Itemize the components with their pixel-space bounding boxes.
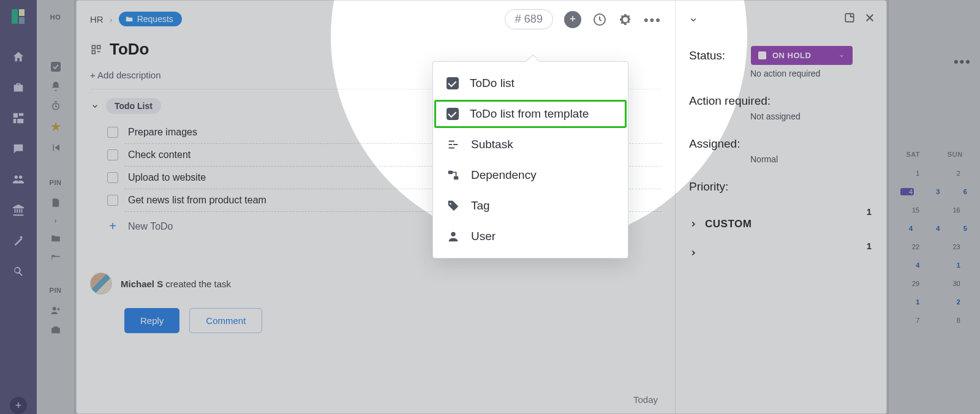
count-badge: 1 bbox=[867, 206, 872, 217]
status-dropdown[interactable]: ON HOLD bbox=[751, 46, 853, 65]
dd-label: User bbox=[471, 230, 496, 243]
chevron-down-icon bbox=[838, 52, 845, 59]
checkbox-icon[interactable] bbox=[107, 172, 118, 183]
status-label: Status: bbox=[689, 49, 747, 62]
search-icon[interactable] bbox=[12, 265, 25, 278]
plus-icon: + bbox=[107, 219, 118, 233]
tag-icon bbox=[447, 199, 460, 213]
count-badge: 1 bbox=[867, 241, 872, 251]
chat-icon[interactable] bbox=[12, 142, 25, 156]
status-color-icon bbox=[758, 51, 766, 59]
dd-label: ToDo list from template bbox=[470, 107, 589, 121]
subtask-icon bbox=[447, 138, 460, 151]
task-type-icon bbox=[90, 43, 102, 56]
chevron-right-icon: › bbox=[110, 14, 113, 24]
reply-button[interactable]: Reply bbox=[124, 308, 179, 333]
expand-window-icon[interactable] bbox=[843, 12, 856, 24]
dd-label: Tag bbox=[471, 199, 490, 213]
avatar[interactable] bbox=[90, 273, 112, 295]
status-subtext: No action required bbox=[750, 69, 873, 78]
priority-label: Priority: bbox=[689, 180, 747, 194]
dd-dependency[interactable]: Dependency bbox=[433, 160, 628, 190]
dd-user[interactable]: User bbox=[433, 221, 628, 252]
gear-icon[interactable] bbox=[618, 12, 633, 27]
assigned-label: Assigned: bbox=[689, 137, 747, 151]
chevron-right-icon bbox=[689, 249, 698, 257]
app-rail: + bbox=[0, 0, 37, 414]
dependency-icon bbox=[447, 168, 460, 182]
clock-icon[interactable] bbox=[592, 12, 607, 27]
breadcrumb-chip[interactable]: Requests bbox=[119, 12, 182, 26]
svg-rect-5 bbox=[448, 171, 453, 175]
collapsed-section[interactable] bbox=[689, 249, 873, 257]
action-label: Action required: bbox=[689, 94, 781, 108]
home-icon[interactable] bbox=[12, 50, 25, 64]
todo-label: Prepare images bbox=[128, 127, 197, 138]
people-icon[interactable] bbox=[12, 173, 25, 186]
status-value: ON HOLD bbox=[772, 51, 811, 60]
checkbox-icon[interactable] bbox=[107, 195, 118, 206]
briefcase-icon[interactable] bbox=[12, 81, 25, 94]
chevron-right-icon bbox=[689, 220, 698, 228]
todo-label: Check content bbox=[128, 149, 190, 160]
dd-todo-list[interactable]: ToDo list bbox=[433, 68, 628, 99]
checkbox-checked-icon bbox=[447, 108, 459, 120]
add-menu-trigger[interactable]: + bbox=[564, 11, 581, 28]
close-icon[interactable] bbox=[864, 12, 875, 23]
custom-label: CUSTOM bbox=[705, 218, 752, 230]
assigned-value: Normal bbox=[750, 154, 873, 164]
svg-rect-4 bbox=[845, 13, 853, 21]
add-dropdown-menu: ToDo list ToDo list from template Subtas… bbox=[432, 61, 628, 258]
logo-icon[interactable] bbox=[12, 10, 25, 23]
svg-point-7 bbox=[451, 232, 455, 236]
global-add-icon[interactable]: + bbox=[10, 397, 27, 414]
comment-button[interactable]: Comment bbox=[189, 308, 262, 333]
breadcrumb-root[interactable]: HR bbox=[90, 14, 104, 24]
todo-label: Get news list from product team bbox=[128, 195, 266, 206]
chevron-down-icon[interactable] bbox=[90, 101, 100, 111]
dd-tag[interactable]: Tag bbox=[433, 190, 628, 221]
todo-list-header[interactable]: Todo List bbox=[106, 98, 161, 114]
checkbox-checked-icon bbox=[447, 77, 459, 89]
bank-icon[interactable] bbox=[12, 203, 25, 217]
dd-label: Subtask bbox=[471, 138, 513, 151]
dd-label: ToDo list bbox=[470, 77, 514, 90]
breadcrumb-chip-label: Requests bbox=[137, 14, 173, 24]
grid-icon[interactable] bbox=[12, 111, 25, 125]
user-icon bbox=[447, 230, 460, 243]
task-title[interactable]: ToDo bbox=[110, 40, 149, 59]
chevron-down-icon[interactable] bbox=[688, 14, 699, 25]
folder-icon bbox=[125, 15, 134, 23]
checkbox-icon[interactable] bbox=[107, 127, 118, 138]
checkbox-icon[interactable] bbox=[107, 149, 118, 160]
activity-line: Michael S created the task bbox=[121, 279, 231, 289]
dd-todo-from-template[interactable]: ToDo list from template bbox=[433, 99, 628, 129]
custom-section[interactable]: CUSTOM bbox=[689, 218, 873, 230]
action-value: Not assigned bbox=[750, 111, 873, 121]
today-label: Today bbox=[633, 394, 658, 405]
more-icon[interactable]: ••• bbox=[644, 12, 662, 27]
dd-subtask[interactable]: Subtask bbox=[433, 129, 628, 160]
todo-label: Upload to website bbox=[128, 172, 206, 183]
task-number[interactable]: # 689 bbox=[505, 9, 553, 29]
wand-icon[interactable] bbox=[12, 234, 25, 247]
dd-label: Dependency bbox=[471, 168, 537, 182]
new-todo-label: New ToDo bbox=[128, 221, 173, 232]
